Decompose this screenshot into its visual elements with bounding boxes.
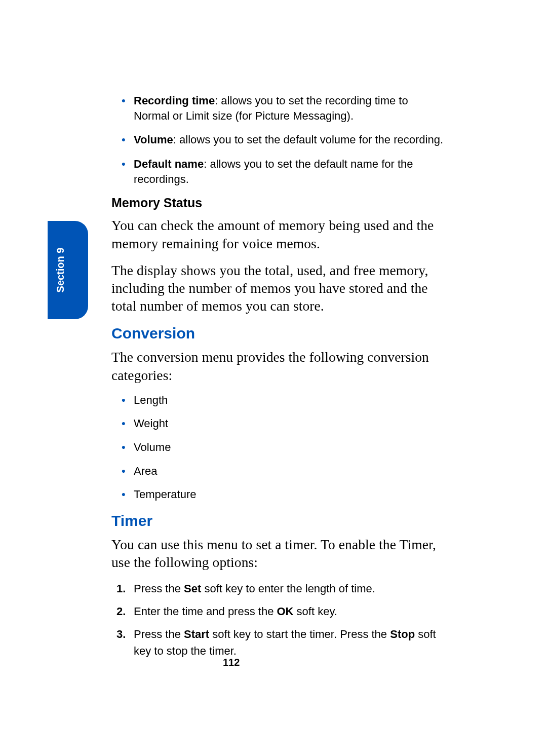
manual-page: Section 9 Recording time: allows you to … — [0, 0, 547, 756]
conversion-heading: Conversion — [111, 325, 446, 342]
memory-status-p1: You can check the amount of memory being… — [111, 216, 446, 252]
timer-step: Press the Set soft key to enter the leng… — [111, 580, 446, 597]
bullet-recording-time: Recording time: allows you to set the re… — [111, 93, 446, 123]
bullet-text: : allows you to set the default volume f… — [173, 133, 443, 146]
conversion-intro: The conversion menu provides the followi… — [111, 348, 446, 384]
step-bold: Set — [184, 582, 201, 595]
bullet-label: Volume — [134, 133, 173, 146]
timer-heading: Timer — [111, 512, 446, 530]
timer-steps: Press the Set soft key to enter the leng… — [111, 580, 446, 659]
conversion-item: Volume — [111, 440, 446, 455]
timer-intro: You can use this menu to set a timer. To… — [111, 536, 446, 571]
conversion-list: Length Weight Volume Area Temperature — [111, 393, 446, 502]
step-text: soft key to start the timer. Press the — [209, 628, 390, 640]
step-bold: OK — [277, 605, 294, 618]
memory-status-heading: Memory Status — [111, 196, 446, 210]
step-text: soft key. — [294, 605, 337, 618]
bullet-label: Recording time — [134, 94, 215, 107]
step-text: Press the — [134, 628, 184, 640]
conversion-item: Area — [111, 464, 446, 479]
section-tab: Section 9 — [48, 221, 88, 319]
timer-step: Press the Start soft key to start the ti… — [111, 626, 446, 659]
step-text: Enter the time and press the — [134, 605, 277, 618]
section-tab-label: Section 9 — [55, 248, 66, 293]
bullet-volume: Volume: allows you to set the default vo… — [111, 132, 446, 147]
step-text: soft key to enter the length of time. — [201, 582, 375, 595]
step-bold: Start — [184, 628, 209, 640]
bullet-default-name: Default name: allows you to set the defa… — [111, 157, 446, 186]
bullet-label: Default name — [134, 158, 204, 170]
timer-step: Enter the time and press the OK soft key… — [111, 603, 446, 620]
step-text: Press the — [134, 582, 184, 595]
conversion-item: Length — [111, 393, 446, 408]
memory-status-p2: The display shows you the total, used, a… — [111, 261, 446, 315]
page-number: 112 — [223, 657, 240, 668]
settings-bullet-list: Recording time: allows you to set the re… — [111, 93, 446, 186]
conversion-item: Temperature — [111, 487, 446, 502]
step-bold: Stop — [390, 628, 415, 640]
conversion-item: Weight — [111, 417, 446, 431]
content-column: Recording time: allows you to set the re… — [111, 93, 446, 665]
